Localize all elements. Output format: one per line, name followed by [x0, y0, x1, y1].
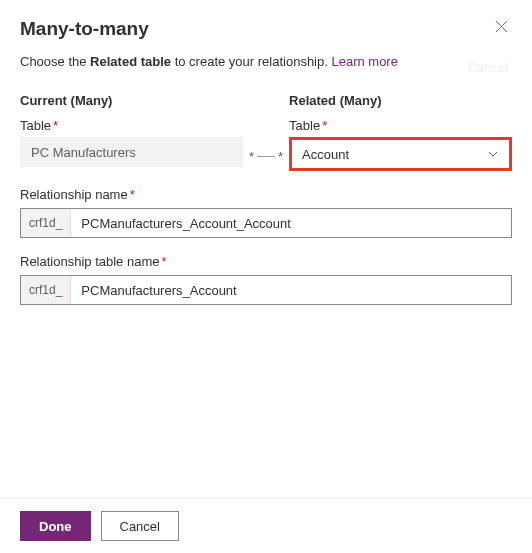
related-column: Related (Many) Table* Account: [289, 93, 512, 171]
required-asterisk: *: [322, 118, 327, 133]
table-columns: Current (Many) Table* PC Manufacturers *…: [20, 93, 512, 171]
header-row: Many-to-many: [20, 18, 512, 40]
related-table-select[interactable]: Account: [289, 137, 512, 171]
panel-title: Many-to-many: [20, 18, 149, 40]
intro-bold: Related table: [90, 54, 171, 69]
required-asterisk: *: [161, 254, 166, 269]
related-table-label: Table*: [289, 118, 512, 133]
relationship-table-name-prefix: crf1d_: [21, 276, 71, 304]
relationship-name-label: Relationship name*: [20, 187, 512, 202]
relationship-table-name-field: crf1d_: [20, 275, 512, 305]
done-button[interactable]: Done: [20, 511, 91, 541]
relationship-name-label-text: Relationship name: [20, 187, 128, 202]
cancel-button[interactable]: Cancel: [101, 511, 179, 541]
related-heading: Related (Many): [289, 93, 512, 108]
relationship-name-input[interactable]: [71, 209, 511, 237]
connector-left-star: *: [249, 149, 254, 164]
close-button[interactable]: [491, 18, 512, 38]
footer: Done Cancel: [0, 498, 532, 553]
related-table-value: Account: [302, 147, 487, 162]
intro-suffix: to create your relationship.: [171, 54, 331, 69]
current-table-label-text: Table: [20, 118, 51, 133]
learn-more-link[interactable]: Learn more: [331, 54, 397, 69]
required-asterisk: *: [53, 118, 58, 133]
many-to-many-panel: Many-to-many Choose the Related table to…: [0, 0, 532, 305]
required-asterisk: *: [130, 187, 135, 202]
related-table-label-text: Table: [289, 118, 320, 133]
relationship-table-name-label: Relationship table name*: [20, 254, 512, 269]
current-column: Current (Many) Table* PC Manufacturers: [20, 93, 243, 167]
current-heading: Current (Many): [20, 93, 243, 108]
connector-line: [257, 156, 275, 157]
relationship-table-name-input[interactable]: [71, 276, 511, 304]
current-table-label: Table*: [20, 118, 243, 133]
chevron-down-icon: [487, 148, 499, 160]
relationship-name-prefix: crf1d_: [21, 209, 71, 237]
intro-text: Choose the Related table to create your …: [20, 54, 512, 69]
intro-prefix: Choose the: [20, 54, 90, 69]
close-icon: [495, 19, 508, 36]
relationship-table-name-label-text: Relationship table name: [20, 254, 159, 269]
relationship-name-field: crf1d_: [20, 208, 512, 238]
relationship-connector: * *: [243, 141, 289, 171]
current-table-value: PC Manufacturers: [20, 137, 243, 167]
connector-right-star: *: [278, 149, 283, 164]
